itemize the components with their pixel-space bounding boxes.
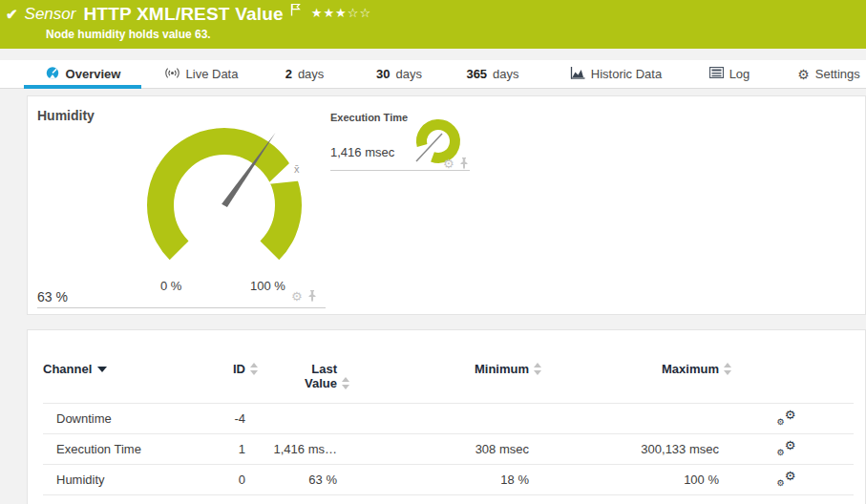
gauge-settings-gear-icon[interactable]: ⚙ [443,158,454,170]
channel-minimum-cell: 18 % [337,465,529,495]
prtg-sensor-page: ✔ Sensor HTTP XML/REST Value ★★★☆☆ Node … [0,0,866,504]
column-label: Last Value [305,362,337,390]
sensor-status-banner: ✔ Sensor HTTP XML/REST Value ★★★☆☆ Node … [0,0,866,49]
table-row: Humidity 0 63 % 18 % 100 % ⚙⚙ [43,465,854,495]
column-header-id[interactable]: ID [186,330,245,404]
gauge-average-marker: x̄ [294,163,300,175]
tab-label: Overview [66,67,121,81]
execution-time-gauge-title: Execution Time [330,112,408,123]
channel-settings-gears-icon[interactable]: ⚙⚙ [777,471,796,486]
sensor-status-message: Node humidity holds value 63. [46,28,211,41]
log-list-icon [709,67,724,81]
table-row: Downtime -4 ⚙⚙ [43,404,854,434]
humidity-current-value: 63 % [37,289,68,304]
channel-name-cell: Execution Time [43,434,186,465]
active-tab-indicator [24,85,141,89]
table-row: Execution Time 1 1,416 ms… 308 msec 300,… [43,434,854,465]
channel-name-cell: Humidity [43,465,186,495]
live-broadcast-icon [164,67,180,82]
tab-label: Log [729,67,750,81]
column-header-channel[interactable]: Channel [43,330,186,404]
humidity-tile-divider [37,307,326,308]
execution-tile-actions: ⚙ [443,158,469,170]
tab-unit: days [396,67,422,81]
channel-name-cell: Downtime [43,404,186,434]
gauge-pin-icon[interactable] [459,158,469,170]
tab-unit: days [298,67,324,81]
column-label: Channel [43,362,92,376]
flag-icon[interactable] [289,3,302,20]
channel-maximum-cell: 300,133 msec [529,434,719,465]
gauge-min-label: 0 % [160,279,181,293]
channel-id-cell: 1 [186,434,245,465]
column-label: Minimum [475,362,529,376]
channel-minimum-cell: 308 msec [337,434,529,465]
column-label: ID [233,362,245,376]
sort-icon [724,363,732,375]
humidity-gauge [129,110,320,304]
column-header-last-value[interactable]: Last Value [245,330,337,404]
column-header-maximum[interactable]: Maximum [529,330,719,404]
channel-maximum-cell: 100 % [529,465,719,495]
overview-gauge-icon [45,66,60,83]
tab-unit: days [493,67,518,81]
tab-number: 2 [285,67,292,81]
channels-panel: Channel ID Last Value Minimum Maximum [27,329,866,504]
tab-number: 30 [376,67,390,81]
column-label: Maximum [662,362,719,376]
historic-chart-icon [570,67,585,82]
settings-gear-icon: ⚙ [797,68,810,81]
chevron-down-icon [97,367,107,372]
gauge-settings-gear-icon[interactable]: ⚙ [291,290,303,303]
tab-365-days[interactable]: 365 days [458,60,527,88]
priority-stars[interactable]: ★★★☆☆ [311,6,371,20]
channel-last-value-cell [245,404,337,434]
channel-settings-gears-icon[interactable]: ⚙⚙ [777,440,796,455]
channel-maximum-cell [529,404,719,434]
tab-2-days[interactable]: 2 days [275,60,334,88]
tab-overview[interactable]: Overview [24,60,141,88]
sort-icon [250,363,259,375]
channel-id-cell: 0 [186,465,245,495]
channel-actions-cell: ⚙⚙ [719,434,854,465]
channel-last-value-cell: 1,416 ms… [245,434,337,465]
column-header-minimum[interactable]: Minimum [337,330,529,404]
sort-icon [534,363,542,375]
channel-id-cell: -4 [186,404,245,434]
channel-minimum-cell [337,404,529,434]
tab-historic-data[interactable]: Historic Data [561,60,670,88]
sensor-title: HTTP XML/REST Value [83,4,283,25]
column-header-actions [719,330,854,404]
channel-settings-gears-icon[interactable]: ⚙⚙ [777,410,796,425]
status-ok-check-icon: ✔ [6,6,18,23]
tab-30-days[interactable]: 30 days [368,60,431,88]
table-header-row: Channel ID Last Value Minimum Maximum [43,330,854,404]
tab-live-data[interactable]: Live Data [156,60,246,88]
humidity-gauge-title: Humidity [37,108,95,123]
sort-icon [342,377,350,389]
banner-title-row: ✔ Sensor HTTP XML/REST Value ★★★☆☆ [6,4,371,25]
tab-label: Live Data [186,67,239,81]
channel-actions-cell: ⚙⚙ [719,404,854,434]
channel-actions-cell: ⚙⚙ [719,465,854,495]
tab-settings[interactable]: ⚙ Settings [794,60,863,88]
tab-label: Historic Data [591,67,662,81]
execution-time-current-value: 1,416 msec [330,145,394,159]
tab-number: 365 [466,67,487,81]
tab-label: Settings [815,67,860,81]
tab-bar: Overview Live Data 2 days 30 days 365 da… [0,60,866,89]
channel-last-value-cell: 63 % [245,465,337,495]
execution-tile-divider [330,170,470,171]
object-kind-label: Sensor [25,5,76,24]
gauge-max-label: 100 % [250,279,285,293]
humidity-tile-actions: ⚙ [291,290,317,303]
gauge-pin-icon[interactable] [307,290,317,303]
channels-table: Channel ID Last Value Minimum Maximum [43,330,854,495]
gauges-panel: Humidity 0 % 100 % x̄ 63 % ⚙ Execution T… [27,95,866,315]
tab-log[interactable]: Log [705,60,754,88]
